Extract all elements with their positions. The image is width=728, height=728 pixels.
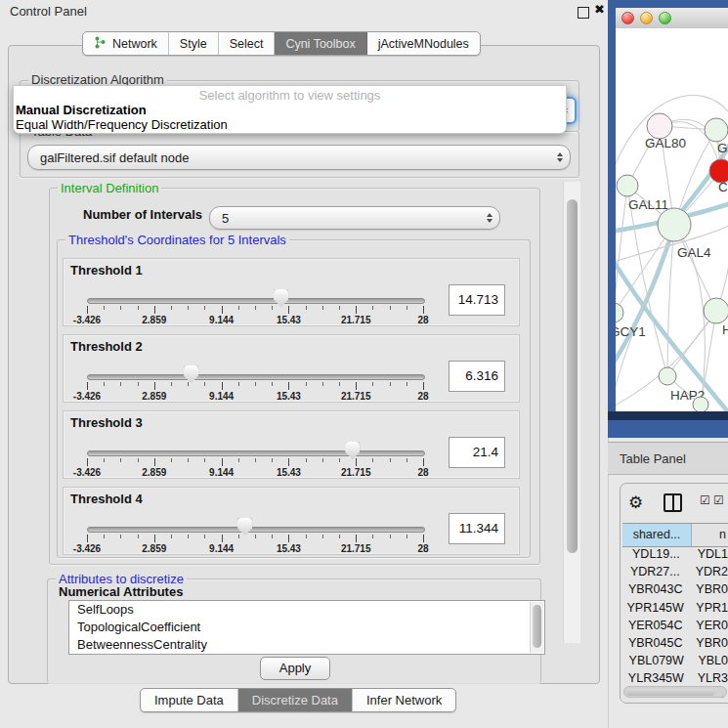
cell-name[interactable]: YLR3 <box>690 671 728 685</box>
bottom-tab-bar: Impute Data Discretize Data Infer Networ… <box>140 688 456 712</box>
minimize-traffic-light[interactable] <box>640 12 653 24</box>
threshold-slider-thumb[interactable] <box>274 289 288 307</box>
network-node-label: C <box>718 180 728 194</box>
column-header-name[interactable]: n <box>692 524 728 546</box>
slider-tick <box>104 535 105 538</box>
cell-shared-name[interactable]: YDL19... <box>622 547 690 561</box>
slider-tick <box>87 382 88 390</box>
tab-cyni-toolbox[interactable]: Cyni Toolbox <box>275 32 366 55</box>
cell-shared-name[interactable]: YDR27... <box>622 565 688 578</box>
table-row[interactable]: YBR043CYBR0 <box>622 580 728 598</box>
table-row[interactable]: YDL19...YDL1 <box>622 545 728 563</box>
scrollbar-thumb[interactable] <box>533 605 541 648</box>
attribute-list-item[interactable]: TopologicalCoefficient <box>69 619 544 636</box>
tab-discretize-data[interactable]: Discretize Data <box>238 689 353 711</box>
gear-icon[interactable]: ⚙ <box>628 492 643 513</box>
slider-tick <box>390 382 391 386</box>
cell-shared-name[interactable]: YBR045C <box>622 636 688 650</box>
network-canvas[interactable]: GAL80GCGAL11GAL4GCY1HHAP2 <box>616 28 728 411</box>
threshold-slider-track[interactable] <box>87 450 425 456</box>
network-window-titlebar[interactable] <box>616 8 728 29</box>
zoom-traffic-light[interactable] <box>659 12 671 24</box>
threshold-value-field[interactable]: 14.713 <box>449 284 505 316</box>
tab-style[interactable]: Style <box>169 32 219 55</box>
threshold-slider-track[interactable] <box>87 527 425 533</box>
network-node[interactable] <box>616 303 623 322</box>
table-row[interactable]: YPR145WYPR1 <box>622 599 728 617</box>
table-row[interactable]: YLR345WYLR3 <box>622 669 728 687</box>
table-row[interactable]: YER054CYER0 <box>622 617 728 634</box>
checkbox-icon[interactable]: ☑ <box>713 493 724 507</box>
cell-name[interactable]: YDL1 <box>690 547 728 561</box>
numerical-attributes-list[interactable]: SelfLoopsTopologicalCoefficientBetweenne… <box>68 600 545 655</box>
slider-tick <box>188 458 189 462</box>
threshold-slider-track[interactable] <box>87 374 425 380</box>
table-horizontal-scrollbar[interactable] <box>623 686 727 698</box>
slider-tick <box>204 535 205 538</box>
table-row[interactable]: YBL079WYBL0 <box>622 652 728 669</box>
tab-infer-network[interactable]: Infer Network <box>353 689 455 711</box>
cell-name[interactable]: YDR2 <box>688 565 728 578</box>
apply-button[interactable]: Apply <box>260 657 330 680</box>
network-node[interactable] <box>693 397 708 411</box>
number-of-intervals-combo[interactable]: 5 <box>209 206 500 230</box>
table-row[interactable]: YDR27...YDR2 <box>622 563 728 580</box>
cell-name[interactable]: YER0 <box>688 619 728 632</box>
cell-shared-name[interactable]: YBL079W <box>622 654 690 667</box>
list-scrollbar[interactable] <box>530 602 543 653</box>
slider-ticks <box>87 458 424 467</box>
tab-impute-data[interactable]: Impute Data <box>141 689 238 711</box>
table-data-combo[interactable]: galFiltered.sif default node <box>27 145 571 170</box>
threshold-value-field[interactable]: 21.4 <box>449 437 505 468</box>
tab-select[interactable]: Select <box>219 32 276 55</box>
close-icon[interactable]: ✖ <box>594 2 605 17</box>
threshold-slider-thumb[interactable] <box>345 442 360 459</box>
table-panel-titlebar: Table Panel <box>608 442 728 475</box>
cell-shared-name[interactable]: YPR145W <box>622 601 688 615</box>
threshold-value-field[interactable]: 11.344 <box>449 513 505 544</box>
settings-scrollbar[interactable] <box>563 182 580 643</box>
attribute-list-item[interactable]: BetweennessCentrality <box>69 636 544 654</box>
column-header-shared-name[interactable]: shared... <box>622 524 692 546</box>
cell-shared-name[interactable]: YBR043C <box>622 582 688 596</box>
cell-shared-name[interactable]: YLR345W <box>622 671 690 685</box>
cell-name[interactable]: YPR1 <box>688 601 728 615</box>
network-node[interactable] <box>705 118 728 142</box>
table-row[interactable]: YBR045CYBR0 <box>622 634 728 652</box>
threshold-1-box: Threshold 1 -3.4262.8599.14415.4321.7152… <box>63 258 520 326</box>
dropdown-option-manual-discretization[interactable]: Manual Discretization <box>14 103 566 117</box>
scrollbar-thumb[interactable] <box>626 689 714 696</box>
tab-network[interactable]: Network <box>83 32 169 55</box>
slider-tick <box>356 458 357 466</box>
dropdown-option-equal-width-frequency[interactable]: Equal Width/Frequency Discretization <box>14 117 566 132</box>
threshold-2-box: Threshold 2 -3.4262.8599.14415.4321.7152… <box>63 334 520 403</box>
network-node[interactable] <box>704 298 728 323</box>
columns-icon[interactable] <box>664 493 682 512</box>
slider-tick <box>339 535 340 538</box>
tab-jactivemnodules[interactable]: jActiveMNodules <box>367 32 480 55</box>
network-node[interactable] <box>659 367 676 385</box>
close-traffic-light[interactable] <box>621 12 634 24</box>
network-node[interactable] <box>617 175 638 196</box>
threshold-slider-thumb[interactable] <box>184 365 198 383</box>
network-node[interactable] <box>658 208 691 241</box>
threshold-value-field[interactable]: 6.316 <box>449 361 505 392</box>
slider-tick <box>255 306 256 310</box>
attribute-list-item[interactable]: SelfLoops <box>69 601 544 619</box>
slider-tick <box>204 306 205 310</box>
threshold-slider-thumb[interactable] <box>237 518 252 535</box>
scrollbar-thumb[interactable] <box>567 199 578 553</box>
threshold-slider-track[interactable] <box>87 298 425 304</box>
cell-name[interactable]: YBL0 <box>690 654 728 667</box>
network-node-label: GAL4 <box>677 245 711 260</box>
float-window-icon[interactable] <box>578 7 589 19</box>
network-node-label: GAL11 <box>628 197 668 212</box>
cell-name[interactable]: YBR0 <box>688 582 728 596</box>
cell-shared-name[interactable]: YER054C <box>622 619 688 632</box>
combo-value: galFiltered.sif default node <box>28 150 550 165</box>
slider-tick <box>154 382 155 390</box>
slider-tick-label: 15.43 <box>277 391 301 402</box>
tab-label: Style <box>180 37 207 51</box>
cell-name[interactable]: YBR0 <box>688 636 728 650</box>
checkbox-icon[interactable]: ☑ <box>700 493 710 507</box>
